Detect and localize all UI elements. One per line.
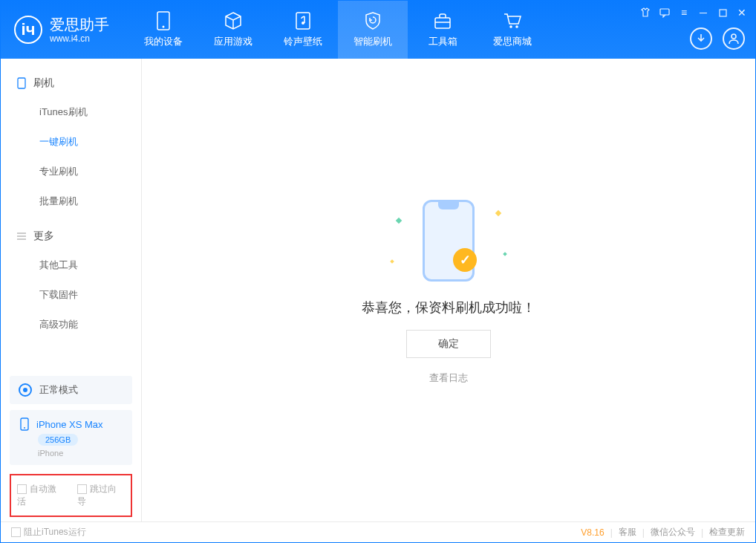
toolbox-icon (433, 11, 452, 30)
tab-smart-flash[interactable]: 智能刷机 (338, 1, 408, 59)
svg-rect-2 (296, 13, 310, 29)
footer-link-wechat[interactable]: 微信公众号 (651, 526, 695, 539)
sidebar-item-advanced[interactable]: 高级功能 (1, 310, 141, 339)
tab-my-device[interactable]: 我的设备 (128, 1, 198, 59)
auto-activate-checkbox[interactable]: 自动激活 (17, 483, 65, 508)
sparkle-icon (390, 259, 394, 264)
device-name: iPhone XS Max (36, 419, 103, 430)
minimize-button[interactable]: ─ (697, 7, 709, 19)
cube-icon (224, 11, 243, 30)
svg-rect-8 (720, 10, 726, 16)
mode-card[interactable]: 正常模式 (10, 376, 132, 404)
title-bar: iч 爱思助手 www.i4.cn 我的设备 应用游戏 铃声壁纸 智能刷机 工具… (1, 1, 755, 59)
tshirt-icon[interactable] (639, 7, 651, 19)
device-storage: 256GB (38, 434, 78, 446)
ok-button[interactable]: 确定 (406, 330, 491, 358)
mode-icon (19, 383, 32, 397)
footer-link-check-update[interactable]: 检查更新 (709, 526, 745, 539)
checkmark-badge-icon: ✓ (453, 248, 477, 272)
svg-point-1 (163, 26, 165, 28)
footer-link-support[interactable]: 客服 (619, 526, 636, 539)
device-phone-icon (19, 417, 30, 431)
sidebar-item-itunes-flash[interactable]: iTunes刷机 (1, 97, 141, 127)
cart-icon (503, 11, 522, 30)
tab-label: 工具箱 (428, 35, 457, 48)
version-label: V8.16 (581, 527, 604, 538)
main-tabs: 我的设备 应用游戏 铃声壁纸 智能刷机 工具箱 爱思商城 (128, 1, 547, 59)
user-button[interactable] (723, 27, 745, 50)
tab-label: 智能刷机 (353, 35, 392, 48)
block-itunes-checkbox[interactable]: 阻止iTunes运行 (11, 526, 86, 539)
tab-label: 铃声壁纸 (284, 35, 322, 48)
app-logo-icon: iч (14, 16, 42, 44)
tab-ringtones-wallpapers[interactable]: 铃声壁纸 (268, 1, 338, 59)
tab-label: 应用游戏 (214, 35, 252, 48)
menu-icon[interactable]: ≡ (678, 7, 690, 19)
sidebar-item-pro-flash[interactable]: 专业刷机 (1, 157, 141, 186)
device-type: iPhone (38, 449, 63, 458)
sidebar-group-title: 更多 (33, 230, 54, 243)
app-url: www.i4.cn (50, 33, 109, 44)
sidebar: 刷机 iTunes刷机 一键刷机 专业刷机 批量刷机 更多 其他工具 下载固件 … (1, 59, 142, 521)
download-button[interactable] (690, 27, 712, 50)
success-message: 恭喜您，保资料刷机成功啦！ (362, 299, 535, 316)
window-controls: ≡ ─ ✕ (639, 7, 748, 19)
close-button[interactable]: ✕ (736, 7, 748, 19)
menu-lines-icon (16, 230, 27, 242)
svg-rect-4 (435, 18, 450, 28)
shield-icon (363, 11, 382, 30)
phone-icon (16, 77, 27, 89)
sidebar-group-title: 刷机 (33, 77, 54, 90)
sidebar-item-onekey-flash[interactable]: 一键刷机 (1, 127, 141, 157)
tab-label: 我的设备 (144, 35, 183, 48)
sparkle-icon (503, 252, 507, 256)
svg-point-3 (302, 22, 304, 25)
main-content: ✓ 恭喜您，保资料刷机成功啦！ 确定 查看日志 (142, 59, 755, 521)
maximize-button[interactable] (717, 7, 729, 19)
status-bar: 阻止iTunes运行 V8.16 | 客服 | 微信公众号 | 检查更新 (1, 521, 755, 542)
tab-label: 爱思商城 (493, 35, 532, 48)
tab-store[interactable]: 爱思商城 (478, 1, 547, 59)
device-icon (154, 11, 173, 30)
sidebar-item-other-tools[interactable]: 其他工具 (1, 250, 141, 280)
svg-point-9 (731, 34, 736, 39)
phone-graphic: ✓ (423, 200, 475, 282)
tab-apps-games[interactable]: 应用游戏 (198, 1, 268, 59)
skip-guide-checkbox[interactable]: 跳过向导 (77, 483, 126, 508)
svg-point-6 (515, 25, 518, 28)
header-actions (690, 27, 745, 50)
highlighted-options: 自动激活 跳过向导 (10, 474, 132, 517)
sidebar-group-more: 更多 (1, 222, 141, 250)
svg-rect-7 (660, 9, 669, 15)
svg-point-5 (509, 25, 512, 28)
view-log-link[interactable]: 查看日志 (429, 371, 468, 385)
svg-rect-10 (18, 78, 25, 88)
music-icon (293, 11, 313, 30)
success-illustration: ✓ (404, 196, 493, 285)
app-name: 爱思助手 (50, 16, 109, 33)
sparkle-icon (396, 217, 402, 223)
device-card[interactable]: iPhone XS Max 256GB iPhone (10, 410, 132, 465)
tab-toolbox[interactable]: 工具箱 (408, 1, 478, 59)
mode-label: 正常模式 (39, 383, 78, 397)
feedback-icon[interactable] (659, 7, 671, 19)
logo-area: iч 爱思助手 www.i4.cn (1, 16, 123, 44)
svg-point-12 (24, 427, 25, 429)
sparkle-icon (495, 209, 501, 215)
sidebar-item-batch-flash[interactable]: 批量刷机 (1, 186, 141, 216)
sidebar-group-flash: 刷机 (1, 69, 141, 97)
sidebar-item-download-firmware[interactable]: 下载固件 (1, 280, 141, 310)
